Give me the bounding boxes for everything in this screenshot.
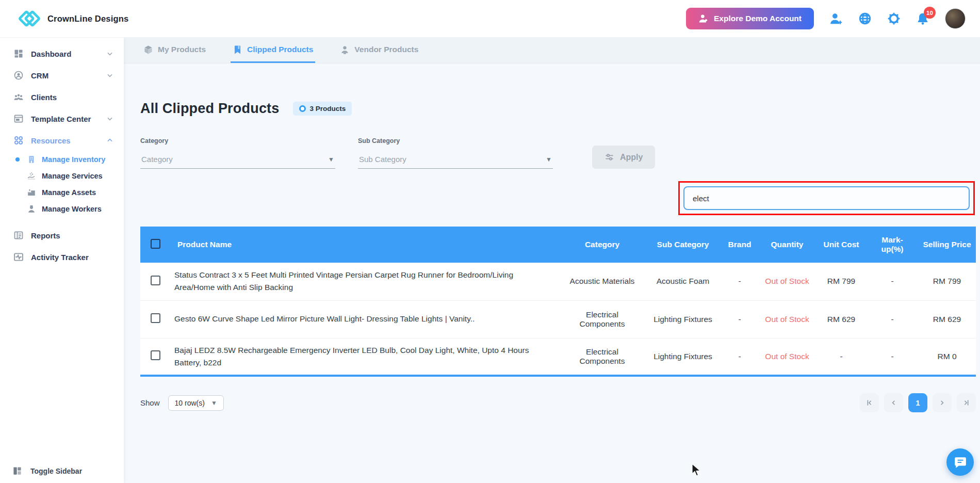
page-title: All Clipped Products: [140, 101, 280, 117]
tab-vendor-products[interactable]: Vendor Products: [338, 38, 420, 63]
last-page-button[interactable]: [957, 393, 976, 412]
explore-demo-account-label: Explore Demo Account: [714, 14, 802, 23]
table-row: Status Contract 3 x 5 Feet Multi Printed…: [140, 263, 976, 300]
chevron-up-icon: [106, 137, 113, 144]
sidebar-item-label: Reports: [31, 231, 113, 240]
main-content: My Products Clipped Products Vendor Prod…: [124, 38, 980, 483]
category-select[interactable]: Category ▼: [140, 152, 335, 169]
pagination: 1: [860, 393, 976, 412]
product-selling-price: RM 799: [918, 263, 976, 300]
sidebar-subitem-manage-services[interactable]: Manage Services: [0, 168, 124, 184]
row-checkbox[interactable]: [151, 276, 160, 285]
chat-widget-button[interactable]: [946, 448, 974, 476]
avatar[interactable]: [945, 8, 966, 29]
ring-icon: [299, 105, 306, 112]
rows-per-page-select[interactable]: 10 row(s) ▼: [168, 395, 224, 411]
product-unit-cost: -: [816, 338, 867, 376]
activity-icon: [13, 252, 24, 262]
product-markup: -: [867, 300, 918, 338]
toggle-sidebar-label: Toggle Sidebar: [30, 467, 82, 475]
sidebar-item-resources[interactable]: Resources: [0, 130, 124, 151]
sidebar-item-clients[interactable]: Clients: [0, 86, 124, 108]
gear-icon[interactable]: [887, 12, 901, 25]
row-checkbox[interactable]: [151, 313, 160, 323]
sidebar-item-dashboard[interactable]: Dashboard: [0, 43, 124, 65]
product-category: Acoustic Materials: [560, 263, 645, 300]
chevron-down-icon: [106, 72, 113, 79]
product-name[interactable]: Status Contract 3 x 5 Feet Multi Printed…: [170, 263, 560, 300]
sliders-icon: [605, 152, 614, 162]
page-number-button[interactable]: 1: [908, 393, 927, 412]
sidebar-item-activity-tracker[interactable]: Activity Tracker: [0, 246, 124, 268]
chat-icon: [954, 456, 967, 469]
sidebar-item-reports[interactable]: Reports: [0, 224, 124, 246]
first-page-button[interactable]: [860, 393, 879, 412]
globe-icon[interactable]: [858, 12, 872, 25]
explore-demo-account-button[interactable]: Explore Demo Account: [686, 8, 814, 29]
table-row: Bajaj LEDZ 8.5W Rechargeable Emergency I…: [140, 338, 976, 376]
column-selling-price[interactable]: Selling Price: [918, 227, 976, 263]
product-selling-price: RM 629: [918, 300, 976, 338]
column-unit-cost[interactable]: Unit Cost: [816, 227, 867, 263]
row-checkbox[interactable]: [151, 350, 160, 360]
sidebar: Dashboard CRM Clients Templat: [0, 38, 124, 483]
product-count-badge: 3 Products: [293, 102, 352, 116]
column-markup[interactable]: Mark-up(%): [867, 227, 918, 263]
column-quantity[interactable]: Quantity: [758, 227, 816, 263]
sidebar-item-label: Template Center: [31, 115, 99, 123]
tab-clipped-products[interactable]: Clipped Products: [231, 38, 315, 63]
sidebar-item-label: Dashboard: [31, 50, 99, 58]
bell-icon[interactable]: 10: [916, 12, 929, 25]
tab-label: Clipped Products: [247, 45, 313, 54]
tab-label: My Products: [158, 45, 206, 54]
column-brand[interactable]: Brand: [721, 227, 758, 263]
product-unit-cost: RM 629: [816, 300, 867, 338]
sidebar-item-label: Resources: [31, 136, 99, 145]
subcategory-select[interactable]: Sub Category ▼: [358, 152, 553, 169]
subcategory-select-value: Sub Category: [359, 155, 406, 164]
crownline-logo-icon: [18, 7, 41, 30]
sidebar-subitem-manage-inventory[interactable]: Manage Inventory: [0, 151, 124, 168]
column-sub-category[interactable]: Sub Category: [645, 227, 721, 263]
product-name[interactable]: Bajaj LEDZ 8.5W Rechargeable Emergency I…: [170, 338, 560, 376]
services-icon: [27, 171, 36, 181]
sidebar-item-crm[interactable]: CRM: [0, 65, 124, 86]
chevron-down-icon: ▼: [211, 399, 217, 407]
category-select-value: Category: [141, 155, 173, 164]
dashboard-grid-icon: [13, 49, 24, 59]
product-quantity: Out of Stock: [758, 263, 816, 300]
assets-icon: [27, 188, 36, 197]
select-all-checkbox[interactable]: [151, 239, 160, 249]
toggle-sidebar-icon: [12, 466, 22, 476]
prev-page-button[interactable]: [884, 393, 903, 412]
column-product-name[interactable]: Product Name: [170, 227, 560, 263]
product-name[interactable]: Gesto 6W Curve Shape Led Mirror Picture …: [170, 300, 560, 338]
product-brand: -: [721, 263, 758, 300]
column-category[interactable]: Category: [560, 227, 645, 263]
product-sub-category: Lighting Fixtures: [645, 338, 721, 376]
product-markup: -: [867, 263, 918, 300]
sidebar-subitem-manage-workers[interactable]: Manage Workers: [0, 201, 124, 217]
resources-icon: [13, 135, 24, 146]
show-label: Show: [140, 398, 160, 407]
toggle-sidebar-button[interactable]: Toggle Sidebar: [12, 466, 82, 476]
notification-badge: 10: [924, 7, 936, 19]
next-page-button[interactable]: [933, 393, 952, 412]
sidebar-subitem-manage-assets[interactable]: Manage Assets: [0, 184, 124, 201]
brand: CrownLine Designs: [18, 7, 128, 30]
search-input[interactable]: [683, 186, 970, 210]
chevron-down-icon: ▼: [546, 156, 552, 163]
product-quantity: Out of Stock: [758, 338, 816, 376]
tab-my-products[interactable]: My Products: [141, 38, 208, 63]
chevron-down-icon: [106, 50, 113, 57]
box-icon: [143, 45, 153, 55]
demo-user-icon: [698, 13, 709, 24]
sidebar-subitem-label: Manage Assets: [42, 188, 113, 197]
top-header: CrownLine Designs Explore Demo Account 1…: [0, 0, 980, 38]
sidebar-subitem-label: Manage Workers: [42, 205, 113, 213]
apply-button[interactable]: Apply: [592, 146, 655, 169]
apply-label: Apply: [620, 153, 643, 162]
sidebar-item-template-center[interactable]: Template Center: [0, 108, 124, 130]
user-add-icon[interactable]: [829, 12, 843, 25]
category-label: Category: [140, 137, 335, 144]
